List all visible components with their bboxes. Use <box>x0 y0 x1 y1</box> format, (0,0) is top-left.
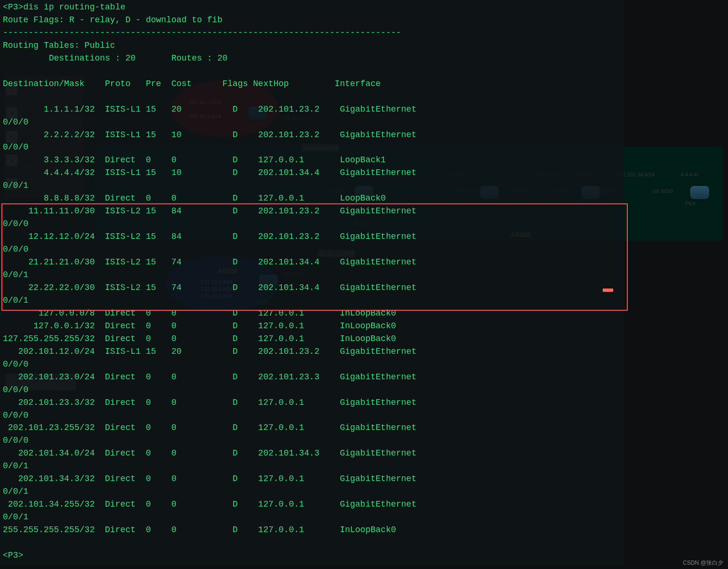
diag-port-label: GE 0/0/0 <box>652 188 673 194</box>
diag-node-label: PE4 <box>685 201 695 206</box>
csdn-watermark: CSDN @张白夕 <box>683 559 723 567</box>
diag-seg-label: 4.4.4.4/ <box>681 172 698 177</box>
terminal-window[interactable]: <P3>dis ip routing-table Route Flags: R … <box>0 0 624 565</box>
router-icon[interactable] <box>690 186 709 199</box>
terminal-cursor <box>603 289 613 292</box>
